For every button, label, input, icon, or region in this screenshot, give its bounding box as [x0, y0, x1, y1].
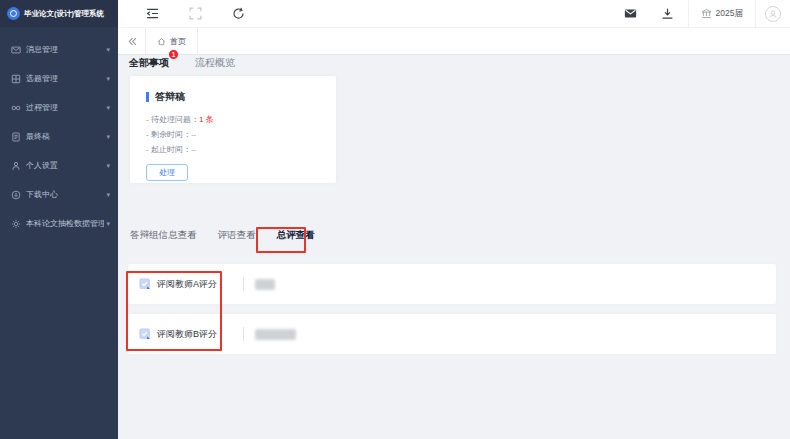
topbar: 2025届: [118, 0, 790, 28]
defense-draft-card: 答辩稿 - 待处理问题：1 条 - 剩余时间：-- - 起止时间：-- 处理: [130, 76, 336, 183]
handle-button[interactable]: 处理: [146, 164, 188, 181]
score-row-label: 评阅教师A评分: [157, 278, 227, 291]
topics-icon: [11, 74, 21, 84]
home-icon: [157, 37, 166, 46]
tab-all-items-label: 全部事项: [129, 57, 169, 68]
card-title-row: 答辩稿: [146, 90, 336, 104]
app-logo-bar: 毕业论文(设计)管理系统: [0, 0, 118, 27]
sidebar-item-label: 消息管理: [26, 44, 104, 55]
sidebar-item-thesis-sampling-data[interactable]: 本科论文抽检数据管理 ▾: [0, 209, 118, 238]
gear-icon: [11, 219, 21, 229]
detail-value: --: [191, 130, 196, 139]
main-content: 全部事项 1 流程概览 答辩稿 - 待处理问题：1 条 - 剩余时间：-- - …: [118, 55, 790, 439]
score-doc-icon: [139, 328, 151, 340]
sidebar-item-final-draft[interactable]: 最终稿 ▾: [0, 122, 118, 151]
sidebar-item-personal-settings[interactable]: 个人设置 ▾: [0, 151, 118, 180]
sidebar-item-messages[interactable]: 消息管理 ▾: [0, 35, 118, 64]
school-icon: [701, 8, 712, 19]
fullscreen-icon[interactable]: [189, 7, 202, 20]
collapse-menu-icon[interactable]: [146, 7, 159, 20]
sidebar-item-process[interactable]: 过程管理 ▾: [0, 93, 118, 122]
card-details: - 待处理问题：1 条 - 剩余时间：-- - 起止时间：--: [146, 112, 336, 157]
user-icon: [11, 161, 21, 171]
topbar-right: 2025届: [624, 0, 790, 27]
app-logo-icon: [7, 7, 20, 20]
download-icon[interactable]: [661, 7, 674, 20]
envelope-icon: [11, 45, 21, 55]
redacted-score-value: [255, 279, 275, 290]
home-tabs: 全部事项 1 流程概览: [129, 56, 235, 70]
chevron-down-icon: ▾: [106, 133, 110, 141]
topbar-left: [118, 7, 245, 20]
sidebar-item-label: 过程管理: [26, 102, 104, 113]
score-doc-icon: [139, 278, 151, 290]
chevron-down-icon: ▾: [106, 191, 110, 199]
process-icon: [11, 103, 21, 113]
chevron-down-icon: ▾: [106, 46, 110, 54]
year-selector-label: 2025届: [716, 8, 743, 20]
double-chevron-left-icon[interactable]: [128, 37, 137, 46]
chevron-down-icon: ▾: [106, 162, 110, 170]
detail-label: - 剩余时间：: [146, 130, 191, 139]
topbar-divider: [755, 0, 756, 28]
sidebar-item-label: 选题管理: [26, 73, 104, 84]
row-divider: [243, 277, 244, 291]
review-tabs: 答辩组信息查看 评语查看 总评查看: [130, 229, 336, 242]
detail-label: - 待处理问题：: [146, 115, 199, 124]
breadcrumb-bar: 首页: [118, 28, 790, 55]
app-window: 毕业论文(设计)管理系统 消息管理 ▾ 选题管理 ▾: [0, 0, 790, 439]
chevron-down-icon: ▾: [106, 104, 110, 112]
detail-time-range: - 起止时间：--: [146, 142, 336, 157]
title-accent-bar: [146, 92, 149, 102]
sidebar-item-download-center[interactable]: 下载中心 ▾: [0, 180, 118, 209]
score-row-teacher-b: 评阅教师B评分: [128, 314, 776, 354]
score-row-label: 评阅教师B评分: [157, 328, 227, 341]
detail-value: 1 条: [199, 115, 214, 124]
detail-remaining-time: - 剩余时间：--: [146, 127, 336, 142]
year-selector[interactable]: 2025届: [689, 8, 755, 20]
user-avatar-icon[interactable]: [765, 6, 781, 22]
refresh-icon[interactable]: [232, 7, 245, 20]
notification-badge: 1: [168, 49, 179, 60]
tab-process-overview[interactable]: 流程概览: [195, 56, 235, 70]
sidebar-item-label: 下载中心: [26, 189, 104, 200]
tab-defense-group-info[interactable]: 答辩组信息查看: [130, 229, 197, 242]
sidebar-menu: 消息管理 ▾ 选题管理 ▾ 过程管理 ▾: [0, 27, 118, 238]
sidebar: 毕业论文(设计)管理系统 消息管理 ▾ 选题管理 ▾: [0, 0, 118, 439]
tab-overall-score-view[interactable]: 总评查看: [277, 229, 315, 242]
detail-value: --: [191, 145, 196, 154]
tab-home-label: 首页: [170, 36, 186, 47]
download-circle-icon: [11, 190, 21, 200]
score-row-teacher-a: 评阅教师A评分: [128, 264, 776, 304]
row-divider: [243, 327, 244, 341]
document-icon: [11, 132, 21, 142]
tab-all-items[interactable]: 全部事项 1: [129, 56, 169, 70]
chevron-down-icon: ▾: [106, 220, 110, 228]
chevron-down-icon: ▾: [106, 75, 110, 83]
sidebar-item-topics[interactable]: 选题管理 ▾: [0, 64, 118, 93]
tab-comments-view[interactable]: 评语查看: [218, 229, 256, 242]
redacted-score-value: [255, 329, 296, 340]
sidebar-item-label: 个人设置: [26, 160, 104, 171]
mail-icon[interactable]: [624, 7, 637, 20]
sidebar-item-label: 最终稿: [26, 131, 104, 142]
detail-pending-issues: - 待处理问题：1 条: [146, 112, 336, 127]
detail-label: - 起止时间：: [146, 145, 191, 154]
app-title: 毕业论文(设计)管理系统: [24, 9, 104, 19]
sidebar-item-label: 本科论文抽检数据管理: [26, 218, 104, 229]
card-title: 答辩稿: [155, 90, 185, 104]
